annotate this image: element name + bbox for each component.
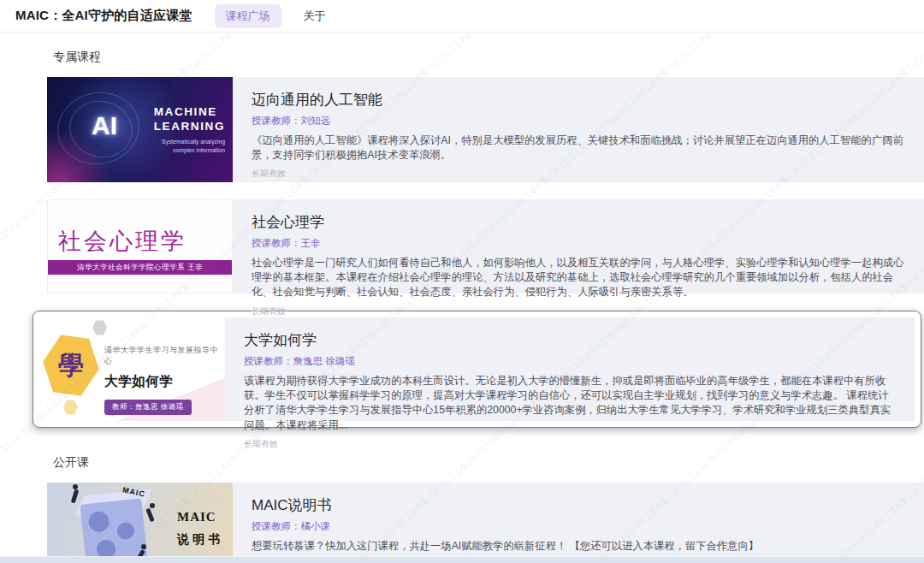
course-card-body: MAIC说明书 授课教师：橘小课 想要玩转慕课？快加入这门课程，共赴一场AI赋能… [233,483,924,563]
course-title: 大学如何学 [244,330,896,350]
course-title: 迈向通用的人工智能 [252,90,905,110]
course-title: MAIC说明书 [252,495,905,515]
course-card-how-to-learn[interactable]: 學 清华大学学生学习与发展指导中心 大学如何学 教师：詹逸思 徐璐瑶 大学如何学… [39,317,915,421]
section-heading-public: 公开课 [53,455,924,471]
cube-illustration [80,498,147,563]
banner-psy-department-bar: 清华大学社会科学学院心理学系 王非 [48,260,232,275]
main-content: 专属课程 AI MACHINE LEARNING Systematically … [0,33,924,563]
banner-ai-label: AI [92,111,117,140]
banner-course-title: 大学如何学 [104,373,225,391]
course-card-body: 大学如何学 授课教师：詹逸思 徐璐瑶 该课程为期待获得大学学业成功的本科生而设计… [225,317,915,421]
course-description: 想要玩转慕课？快加入这门课程，共赴一场AI赋能教学的崭新征程！ 【您还可以进入本… [252,539,905,554]
person-illustration [145,508,155,523]
course-teacher: 授课教师：橘小课 [252,520,905,533]
course-card-body: 迈向通用的人工智能 授课教师：刘知远 《迈向通用的人工智能》课程将深入探讨AI，… [233,77,924,182]
course-banner-how-to-learn: 學 清华大学学生学习与发展指导中心 大学如何学 教师：詹逸思 徐璐瑶 [39,317,225,421]
tab-course-plaza[interactable]: 课程广场 [215,4,281,28]
course-description: 该课程为期待获得大学学业成功的本科生而设计。无论是初入大学的懵懂新生，抑或是即将… [244,374,896,433]
app-title: MAIC：全AI守护的自适应课堂 [15,8,192,24]
banner-maic-subtitle: 说明书 [177,532,223,548]
banner-org-name: 清华大学学生学习与发展指导中心 [104,345,225,367]
course-card-agi[interactable]: AI MACHINE LEARNING Systematically analy… [47,77,924,182]
section-heading-exclusive: 专属课程 [53,50,924,65]
person-illustration [73,484,78,489]
person-illustration [141,544,146,549]
hexagon-decoration-icon [63,400,78,415]
course-card-selected-outline: 學 清华大学学生学习与发展指导中心 大学如何学 教师：詹逸思 徐璐瑶 大学如何学… [33,311,921,428]
course-validity: 长期有效 [252,300,905,319]
course-validity: 长期有效 [252,163,905,181]
course-teacher: 授课教师：詹逸思 徐璐瑶 [244,355,896,368]
course-card-maic-manual[interactable]: MAIC MAIC 说明书 MAIC说明书 授课教师：橘小课 想要玩转慕课？快加… [47,483,924,563]
course-validity: 长期有效 [244,433,896,452]
person-illustration [71,489,80,504]
horizontal-scrollbar[interactable] [0,556,924,563]
hexagon-logo-icon: 學 [39,331,104,400]
hexagon-decoration-icon [92,320,107,335]
course-banner-agi: AI MACHINE LEARNING Systematically analy… [47,77,233,182]
course-card-body: 社会心理学 授课教师：王非 社会心理学是一门研究人们如何看待自己和他人，如何影响… [233,199,924,293]
course-banner-maic-manual: MAIC MAIC 说明书 [47,483,233,563]
course-description: 社会心理学是一门研究人们如何看待自己和他人，如何影响他人，以及相互关联的学问，与… [252,256,905,300]
course-banner-social-psychology: 社会心理学 清华大学社会科学学院心理学系 王非 [47,199,233,293]
course-teacher: 授课教师：刘知远 [252,115,905,127]
banner-psy-title: 社会心理学 [58,226,187,257]
navbar: MAIC：全AI守护的自适应课堂 课程广场 关于 [0,0,924,33]
course-title: 社会心理学 [252,212,905,232]
course-teacher: 授课教师：王非 [252,237,905,250]
banner-teacher-badge: 教师：詹逸思 徐璐瑶 [104,400,192,415]
banner-ml-heading: MACHINE LEARNING Systematically analyzin… [154,105,225,155]
course-card-social-psychology[interactable]: 社会心理学 清华大学社会科学学院心理学系 王非 社会心理学 授课教师：王非 社会… [47,199,924,293]
course-description: 《迈向通用的人工智能》课程将深入探讨AI，特别是大模型的发展历程、关键技术和面临… [252,133,905,163]
person-illustration [150,503,155,508]
tab-about[interactable]: 关于 [304,9,326,24]
banner-maic-title: MAIC [177,510,223,524]
